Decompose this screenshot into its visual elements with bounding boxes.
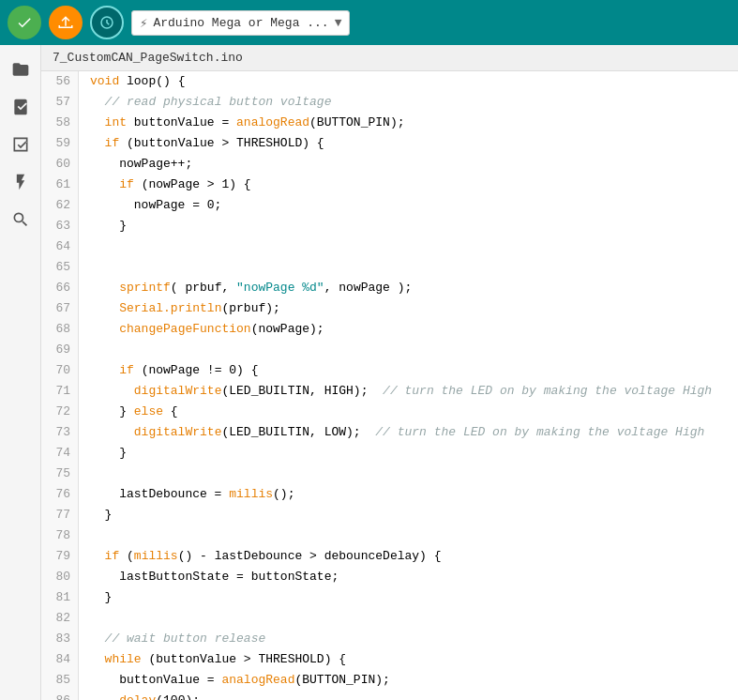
board-selector[interactable]: ⚡ Arduino Mega or Mega ... ▼ [131, 10, 350, 36]
board-name: Arduino Mega or Mega ... [153, 16, 328, 30]
code-line: if (millis() - lastDebounce > debounceDe… [90, 546, 727, 567]
sidebar-book-icon[interactable] [4, 90, 38, 124]
sidebar-search-icon[interactable] [4, 203, 38, 236]
code-line [90, 236, 727, 257]
code-line: digitalWrite(LED_BUILTIN, HIGH); // turn… [90, 381, 727, 402]
code-editor[interactable]: 5657585960616263646566676869707172737475… [41, 71, 738, 700]
verify-button[interactable] [8, 6, 41, 39]
code-line: lastDebounce = millis(); [90, 484, 727, 505]
code-line: while (buttonValue > THRESHOLD) { [90, 649, 727, 670]
sidebar-tools-icon[interactable] [4, 165, 38, 199]
code-line: sprintf( prbuf, "nowPage %d", nowPage ); [90, 278, 727, 298]
code-line: // read physical button voltage [90, 92, 727, 113]
toolbar: ⚡ Arduino Mega or Mega ... ▼ [0, 0, 738, 45]
code-line: lastButtonState = buttonState; [90, 567, 727, 587]
code-line: if (nowPage != 0) { [90, 360, 727, 381]
code-line: buttonValue = analogRead(BUTTON_PIN); [90, 670, 727, 691]
filename: 7_CustomCAN_PageSwitch.ino [53, 51, 243, 65]
code-line: // wait button release [90, 629, 727, 649]
code-line: } [90, 216, 727, 236]
code-content: void loop() { // read physical button vo… [79, 71, 738, 700]
debug-button[interactable] [90, 6, 124, 39]
line-numbers: 5657585960616263646566676869707172737475… [41, 71, 79, 700]
code-line: digitalWrite(LED_BUILTIN, LOW); // turn … [90, 422, 727, 443]
code-line: void loop() { [90, 71, 727, 92]
main-area: 7_CustomCAN_PageSwitch.ino 5657585960616… [0, 45, 738, 700]
code-line: int buttonValue = analogRead(BUTTON_PIN)… [90, 113, 727, 133]
file-tab: 7_CustomCAN_PageSwitch.ino [41, 45, 738, 71]
code-line: } else { [90, 402, 727, 422]
code-line: delay(100); [90, 691, 727, 700]
sidebar [0, 45, 41, 700]
code-line [90, 464, 727, 484]
code-line: if (buttonValue > THRESHOLD) { [90, 133, 727, 154]
dropdown-arrow-icon: ▼ [335, 16, 342, 30]
upload-button[interactable] [49, 6, 83, 39]
code-line: } [90, 587, 727, 608]
code-line [90, 608, 727, 629]
code-line: nowPage++; [90, 154, 727, 175]
usb-icon: ⚡ [140, 15, 147, 31]
code-line: Serial.println(prbuf); [90, 298, 727, 319]
code-line [90, 340, 727, 360]
code-line: if (nowPage > 1) { [90, 175, 727, 195]
code-line: } [90, 443, 727, 464]
code-line: } [90, 505, 727, 525]
code-line: nowPage = 0; [90, 195, 727, 216]
sidebar-chart-icon[interactable] [4, 128, 38, 161]
code-line [90, 257, 727, 278]
sidebar-folder-icon[interactable] [4, 53, 38, 86]
code-line [90, 525, 727, 546]
editor-area: 7_CustomCAN_PageSwitch.ino 5657585960616… [41, 45, 738, 700]
code-line: changePageFunction(nowPage); [90, 319, 727, 340]
